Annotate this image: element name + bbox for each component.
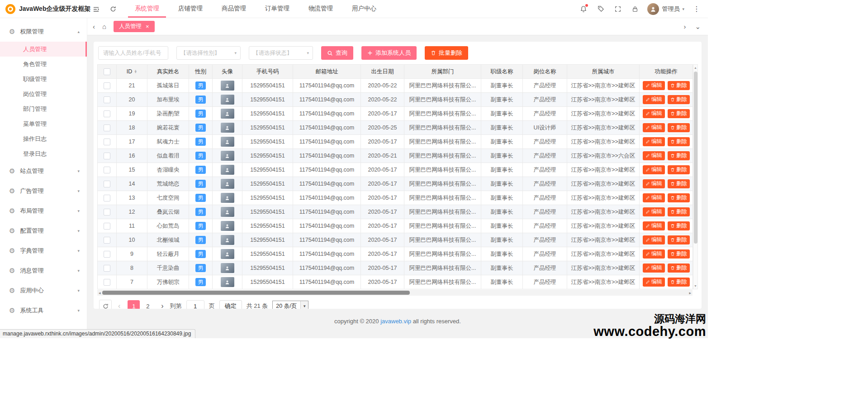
notifications-bell-icon[interactable] (575, 0, 592, 18)
footer-link[interactable]: javaweb.vip (380, 318, 411, 325)
edit-button[interactable]: 编辑 (643, 278, 665, 287)
tab-forward-icon[interactable]: › (683, 23, 686, 30)
sidebar-item[interactable]: 岗位管理 (0, 86, 87, 101)
tab-back-icon[interactable]: ‹ (93, 23, 95, 30)
scroll-left-icon[interactable]: ◂ (97, 291, 102, 295)
avatar-image[interactable] (221, 179, 234, 189)
nav-item[interactable]: 店铺管理 (169, 0, 212, 18)
vertical-scrollbar[interactable]: ▲ ▼ (693, 64, 698, 289)
row-checkbox[interactable] (104, 223, 110, 230)
delete-button[interactable]: 删除 (668, 95, 690, 104)
edit-button[interactable]: 编辑 (643, 109, 665, 118)
row-checkbox[interactable] (104, 82, 110, 89)
status-select[interactable]: 【请选择状态】 ▾ (249, 46, 313, 60)
sidebar-group[interactable]: ⚙配置管理▾ (0, 221, 87, 241)
row-checkbox[interactable] (104, 139, 110, 145)
scroll-up-icon[interactable]: ▲ (694, 65, 697, 71)
avatar-image[interactable] (221, 207, 234, 217)
edit-button[interactable]: 编辑 (643, 151, 665, 160)
sidebar-item[interactable]: 人员管理 (0, 42, 87, 57)
scroll-right-icon[interactable]: ▸ (688, 291, 693, 295)
edit-button[interactable]: 编辑 (643, 179, 665, 188)
delete-button[interactable]: 删除 (668, 137, 690, 146)
sidebar-item[interactable]: 菜单管理 (0, 116, 87, 131)
delete-button[interactable]: 删除 (668, 165, 690, 174)
row-checkbox[interactable] (104, 251, 110, 258)
edit-button[interactable]: 编辑 (643, 207, 665, 216)
lock-icon[interactable] (626, 0, 644, 18)
horizontal-scroll-thumb[interactable] (102, 291, 410, 295)
add-person-button[interactable]: 添加系统人员 (361, 46, 417, 60)
nav-item[interactable]: 商品管理 (212, 0, 256, 18)
nav-item[interactable]: 系统管理 (125, 0, 169, 18)
edit-button[interactable]: 编辑 (643, 95, 665, 104)
nav-item[interactable]: 订单管理 (256, 0, 299, 18)
horizontal-scrollbar[interactable]: ◂ ▸ (97, 290, 693, 296)
goto-page-input[interactable] (186, 300, 204, 309)
row-checkbox[interactable] (104, 96, 110, 103)
row-checkbox[interactable] (104, 195, 110, 201)
refresh-icon[interactable] (104, 0, 122, 18)
tab-person-management[interactable]: 人员管理 × (114, 21, 155, 32)
page-number-button[interactable]: 1 (128, 300, 140, 309)
vertical-scroll-thumb[interactable] (694, 72, 697, 244)
sidebar-group[interactable]: ⚙广告管理▾ (0, 181, 87, 201)
home-icon[interactable]: ⌂ (102, 23, 106, 30)
row-checkbox[interactable] (104, 125, 110, 131)
sidebar-item[interactable]: 部门管理 (0, 101, 87, 116)
delete-button[interactable]: 删除 (668, 221, 690, 230)
select-all-checkbox[interactable] (104, 68, 110, 75)
row-checkbox[interactable] (104, 153, 110, 159)
avatar-image[interactable] (221, 81, 234, 91)
delete-button[interactable]: 删除 (668, 109, 690, 118)
fullscreen-icon[interactable] (609, 0, 626, 18)
query-button[interactable]: 查询 (321, 46, 353, 60)
delete-button[interactable]: 删除 (668, 249, 690, 259)
avatar-image[interactable] (221, 95, 234, 105)
sidebar-item[interactable]: 登录日志 (0, 146, 87, 161)
tag-icon[interactable] (592, 0, 609, 18)
delete-button[interactable]: 删除 (668, 235, 690, 244)
edit-button[interactable]: 编辑 (643, 137, 665, 146)
user-menu[interactable]: 管理员 ▾ (644, 3, 688, 15)
sidebar-group[interactable]: ⚙站点管理▾ (0, 161, 87, 181)
row-checkbox[interactable] (104, 167, 110, 173)
row-checkbox[interactable] (104, 237, 110, 244)
edit-button[interactable]: 编辑 (643, 221, 665, 230)
sidebar-group[interactable]: ⚙字典管理▾ (0, 241, 87, 261)
tab-close-icon[interactable]: × (146, 23, 149, 30)
edit-button[interactable]: 编辑 (643, 249, 665, 259)
delete-button[interactable]: 删除 (668, 123, 690, 132)
sidebar-group[interactable]: ⚙消息管理▾ (0, 261, 87, 281)
avatar-image[interactable] (221, 151, 234, 161)
scroll-down-icon[interactable]: ▼ (694, 283, 697, 289)
delete-button[interactable]: 删除 (668, 81, 690, 90)
sidebar-group[interactable]: ⚙系统工具▾ (0, 301, 87, 321)
gender-select[interactable]: 【请选择性别】 ▾ (176, 46, 241, 60)
confirm-page-button[interactable]: 确定 (219, 300, 242, 309)
avatar-image[interactable] (221, 193, 234, 203)
avatar-image[interactable] (221, 137, 234, 147)
delete-button[interactable]: 删除 (668, 278, 690, 287)
delete-button[interactable]: 删除 (668, 207, 690, 216)
sort-icon[interactable]: ▲▼ (134, 70, 137, 73)
delete-button[interactable]: 删除 (668, 263, 690, 273)
avatar-image[interactable] (221, 123, 234, 133)
sidebar-group[interactable]: ⚙应用中心▾ (0, 281, 87, 301)
sidebar-item[interactable]: 角色管理 (0, 57, 87, 72)
delete-button[interactable]: 删除 (668, 151, 690, 160)
edit-button[interactable]: 编辑 (643, 123, 665, 132)
nav-item[interactable]: 物流管理 (299, 0, 342, 18)
sidebar-item[interactable]: 操作日志 (0, 131, 87, 146)
pagination-refresh-button[interactable] (99, 300, 112, 309)
avatar-image[interactable] (221, 263, 234, 273)
page-size-select[interactable]: 20 条/页 ▼ (272, 301, 308, 309)
sidebar-item[interactable]: 职级管理 (0, 72, 87, 86)
pagination-next-icon[interactable]: › (159, 302, 165, 309)
edit-button[interactable]: 编辑 (643, 235, 665, 244)
delete-button[interactable]: 删除 (668, 179, 690, 188)
logo-area[interactable]: JavaWeb企业级开发框架 (0, 0, 87, 18)
batch-delete-button[interactable]: 批量删除 (425, 46, 468, 60)
more-options-icon[interactable]: ⋮ (688, 0, 705, 18)
collapse-sidebar-icon[interactable] (87, 0, 104, 18)
